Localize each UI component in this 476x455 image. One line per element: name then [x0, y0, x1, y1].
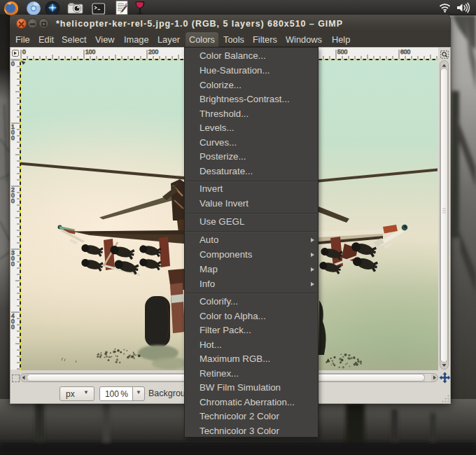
svg-text:500: 500 [337, 48, 347, 55]
svg-text:600: 600 [400, 48, 410, 55]
svg-text:0: 0 [11, 323, 15, 330]
svg-text:0: 0 [11, 60, 15, 67]
svg-text:200: 200 [148, 48, 158, 55]
svg-text:0: 0 [11, 197, 15, 204]
svg-text:0: 0 [11, 134, 15, 141]
svg-text:100: 100 [85, 48, 95, 55]
svg-text:0: 0 [11, 260, 15, 267]
svg-text:0: 0 [22, 48, 26, 55]
